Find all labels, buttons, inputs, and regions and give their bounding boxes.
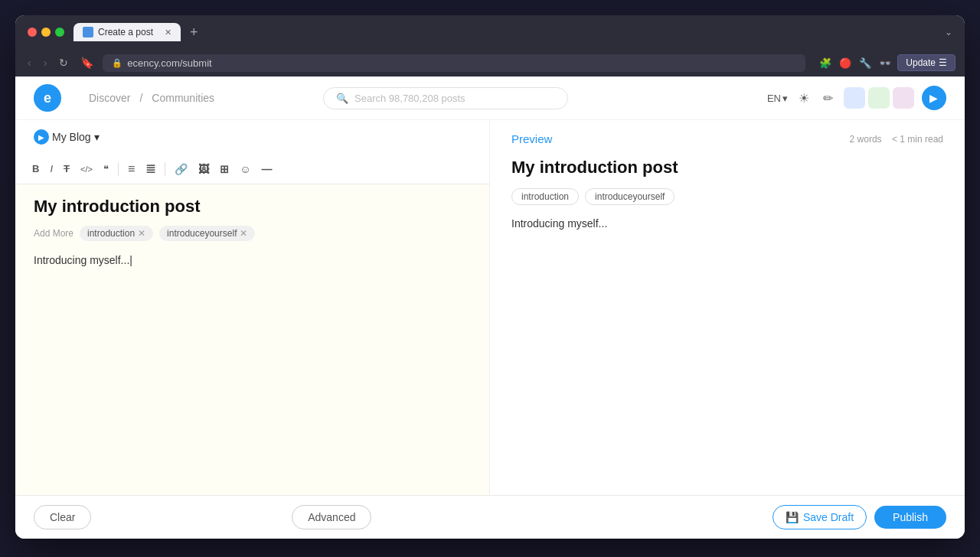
add-more-button[interactable]: Add More [34,228,74,239]
avatar-img-1 [844,87,865,109]
bottom-bar: Clear Advanced 💾 Save Draft Publish [15,495,965,539]
emoji-button[interactable]: ☺ [235,160,255,178]
image-button[interactable]: 🖼 [194,160,214,178]
italic-button[interactable]: I [45,160,57,178]
theme-toggle-button[interactable]: ☀ [795,88,812,109]
preview-panel: Preview 2 words < 1 min read My introduc… [490,120,965,495]
tab-close-button[interactable]: ✕ [165,28,172,37]
blog-selector[interactable]: ▶ My Blog ▾ [34,129,100,145]
address-bar[interactable]: 🔒 ecency.com/submit [103,54,805,72]
preview-title: My introduction post [511,158,943,178]
address-text: ecency.com/submit [127,57,211,69]
avatar-img-3 [893,87,914,109]
preview-body: Introducing myself... [511,217,943,230]
ext-btn-4[interactable]: 👓 [877,55,893,70]
editor-header: ▶ My Blog ▾ [15,120,489,154]
publish-button[interactable]: Publish [874,506,946,529]
quote-button[interactable]: ❝ [99,160,113,178]
fullscreen-traffic-light[interactable] [55,28,64,37]
preview-label: Preview [511,132,552,145]
tag-introduction: introduction ✕ [80,226,153,241]
tag-introduceyourself-remove[interactable]: ✕ [240,229,247,238]
bold-button[interactable]: B [28,160,44,178]
tags-row: Add More introduction ✕ introduceyoursel… [34,226,471,241]
tab-title: Create a post [98,27,153,37]
blog-chevron-icon: ▾ [94,131,100,143]
clear-button[interactable]: Clear [34,505,91,529]
logo-letter: e [44,90,51,106]
tag-introduceyourself-label: introduceyourself [167,228,237,239]
ext-btn-3[interactable]: 🔧 [858,55,873,70]
bookmark-button[interactable]: 🔖 [77,54,96,72]
nav-bar: ‹ › ↻ 🔖 🔒 ecency.com/submit 🧩 🔴 🔧 👓 Upda… [15,49,965,77]
link-button[interactable]: 🔗 [170,160,192,178]
strikethrough-button[interactable]: T [59,160,74,178]
toolbar-sep-1 [118,162,119,176]
ul-button[interactable]: ≡ [123,159,139,179]
ol-button[interactable]: ≣ [141,158,160,179]
tag-introduceyourself: introduceyourself ✕ [159,226,255,241]
editor-body[interactable]: My introduction post Add More introducti… [15,184,489,495]
nav-separator: / [139,92,142,104]
word-count: 2 words < 1 min read [850,134,943,145]
avatar-group [844,87,914,109]
save-draft-button[interactable]: 💾 Save Draft [773,505,867,529]
main-content: ▶ My Blog ▾ B I T </> ❝ ≡ ≣ 🔗 🖼 ⊞ ☺ [15,120,965,495]
save-draft-label: Save Draft [803,511,854,523]
app-logo[interactable]: e [34,84,61,112]
tag-introduction-remove[interactable]: ✕ [138,229,145,238]
lock-icon: 🔒 [112,58,122,68]
header-right: EN ▾ ☀ ✏ ▶ [767,86,946,110]
advanced-button[interactable]: Advanced [292,505,371,529]
table-button[interactable]: ⊞ [215,160,234,178]
tab-bar: Create a post ✕ + [74,23,936,41]
more-button[interactable]: — [257,160,277,178]
forward-button[interactable]: › [41,54,51,72]
ext-btn-1[interactable]: 🧩 [818,55,833,70]
search-icon: 🔍 [336,93,348,104]
tab-favicon [83,27,93,37]
extensions: 🧩 🔴 🔧 👓 Update ☰ [818,54,956,71]
preview-tag-introduceyourself: introduceyourself [585,188,675,205]
new-tab-button[interactable]: + [187,24,201,41]
tab-chevron-icon: ⌄ [945,27,952,37]
close-traffic-light[interactable] [28,28,37,37]
lang-chevron-icon: ▾ [782,93,788,104]
breadcrumb: Discover / Communities [86,92,217,104]
back-button[interactable]: ‹ [24,54,34,72]
blog-name: My Blog [52,131,91,143]
traffic-lights [28,28,64,37]
toolbar-sep-2 [165,162,165,176]
preview-header: Preview 2 words < 1 min read [511,132,943,145]
refresh-button[interactable]: ↻ [56,54,71,72]
update-button[interactable]: Update ☰ [897,54,956,71]
editor-toolbar: B I T </> ❝ ≡ ≣ 🔗 🖼 ⊞ ☺ — [15,154,489,184]
preview-tags: introduction introduceyourself [511,188,943,205]
language-button[interactable]: EN ▾ [767,93,788,104]
avatar-img-2 [868,87,890,109]
nav-discover[interactable]: Discover [89,92,130,104]
blog-icon: ▶ [34,129,49,145]
ext-btn-2[interactable]: 🔴 [838,55,853,70]
nav-communities[interactable]: Communities [152,92,214,104]
tag-introduction-label: introduction [87,228,135,239]
editor-panel: ▶ My Blog ▾ B I T </> ❝ ≡ ≣ 🔗 🖼 ⊞ ☺ [15,120,490,495]
post-body[interactable]: Introducing myself... [34,252,471,269]
play-button[interactable]: ▶ [922,86,946,110]
save-draft-icon: 💾 [786,511,799,523]
preview-tag-introduction: introduction [511,188,579,205]
active-tab[interactable]: Create a post ✕ [74,23,181,41]
edit-button[interactable]: ✏ [820,88,836,109]
code-button[interactable]: </> [76,161,97,177]
app-header: e Discover / Communities 🔍 Search 98,780… [15,77,965,120]
minimize-traffic-light[interactable] [41,28,51,37]
post-title: My introduction post [34,197,471,217]
search-bar[interactable]: 🔍 Search 98,780,208 posts [323,87,568,109]
search-placeholder: Search 98,780,208 posts [354,93,466,104]
right-actions: 💾 Save Draft Publish [773,505,946,529]
